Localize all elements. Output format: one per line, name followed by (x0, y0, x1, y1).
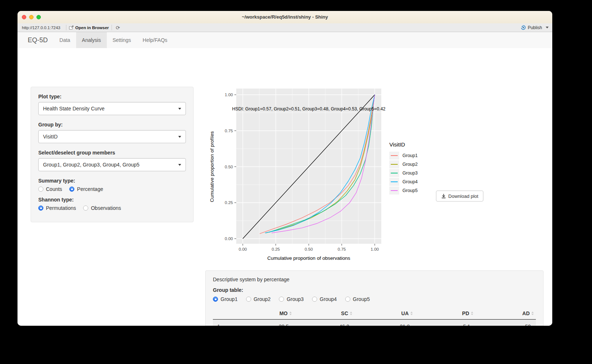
shannon-radio-observations[interactable]: Observations (83, 205, 121, 211)
sort-up-icon (471, 312, 473, 313)
table-cell: 38.5 (233, 324, 294, 326)
shannon-radio-label: Permutations (46, 205, 76, 211)
page-content: Plot type: Health State Density Curve Gr… (17, 48, 552, 326)
y-tick-label: 0.75 (225, 129, 233, 133)
tab-data[interactable]: Data (54, 32, 76, 48)
plot-legend: VisitID Group1Group2Group3Group4Group5 (389, 141, 418, 195)
controls-panel: Plot type: Health State Density Curve Gr… (31, 87, 194, 222)
table-panel-title: Descriptive system by percentage (213, 277, 536, 282)
group-table-radio-group2[interactable]: Group2 (246, 296, 271, 302)
table-header-sc[interactable]: SC (294, 310, 354, 316)
url-text: http://127.0.0.1:7243 (21, 26, 63, 30)
sort-up-icon (289, 312, 292, 313)
x-tick-label: 0.75 (338, 247, 346, 251)
legend-item-group1: Group1 (389, 151, 418, 160)
chevron-down-icon (178, 164, 181, 166)
summary-radio-label: Percentage (77, 186, 103, 192)
table-cell: 5.1 (415, 324, 475, 326)
app-brand[interactable]: EQ-5D (17, 32, 54, 48)
publish-icon (521, 25, 526, 30)
sort-up-icon (410, 312, 413, 313)
legend-title: VisitID (389, 141, 418, 148)
table-header-ad[interactable]: AD (475, 310, 536, 316)
open-in-browser-label: Open in Browser (75, 26, 109, 30)
chevron-down-icon (178, 136, 181, 138)
group-members-select[interactable]: Group1, Group2, Group3, Group4, Group5 (38, 158, 186, 171)
x-tick-label: 0.00 (239, 247, 247, 251)
tab-help-faqs[interactable]: Help/FAQs (137, 32, 173, 48)
group-table-radio-group1[interactable]: Group1 (213, 296, 238, 302)
radio-unchecked-icon (246, 297, 251, 302)
column-header-label: UA (401, 310, 409, 316)
summary-radio-label: Counts (46, 186, 62, 192)
y-tick-label: 0.50 (225, 165, 233, 169)
table-cell: 21.8 (354, 324, 415, 326)
hsdi-annotation: HSDI: Group1=0.57, Group2=0.51, Group3=0… (232, 106, 386, 111)
group-by-value: VisitID (43, 134, 58, 140)
legend-item-group5: Group5 (389, 186, 418, 195)
shannon-radio-permutations[interactable]: Permutations (38, 205, 76, 211)
descriptive-table: MOSCUAPDAD138.546.221.85.150261.552.670.… (213, 308, 536, 326)
table-row[interactable]: 138.546.221.85.150 (213, 320, 536, 326)
chevron-down-icon (178, 108, 181, 110)
app-window: ~/workspace/R/eq5d/inst/shiny - Shiny ht… (17, 11, 552, 326)
radio-checked-icon (69, 187, 74, 192)
tab-settings[interactable]: Settings (107, 32, 137, 48)
radio-dot (215, 298, 217, 300)
radio-unchecked-icon (279, 297, 284, 302)
radio-unchecked-icon (83, 206, 88, 211)
x-axis-title: Cumulative proportion of observations (267, 255, 350, 261)
refresh-icon[interactable]: ⟳ (114, 25, 122, 30)
group-table-radio-group3[interactable]: Group3 (279, 296, 304, 302)
radio-dot (71, 188, 73, 190)
table-cell: 46.2 (294, 324, 354, 326)
group-table-radio-group4[interactable]: Group4 (312, 296, 337, 302)
column-header-label: SC (341, 310, 348, 316)
y-tick-label: 0.00 (225, 236, 233, 241)
y-tick-label: 1.00 (225, 93, 233, 97)
legend-line-swatch (391, 164, 398, 165)
group-table-radio-label: Group1 (221, 296, 238, 302)
plot-type-select[interactable]: Health State Density Curve (38, 102, 186, 115)
download-plot-label: Download plot (448, 193, 478, 199)
sort-up-icon (350, 312, 352, 313)
open-in-browser-button[interactable]: Open in Browser (69, 26, 109, 30)
tab-analysis[interactable]: Analysis (76, 32, 107, 48)
publish-button[interactable]: Publish (521, 25, 542, 30)
group-by-select[interactable]: VisitID (38, 130, 186, 143)
toolbar-divider (66, 25, 66, 30)
legend-label: Group5 (402, 188, 418, 193)
sort-arrows-icon (350, 312, 352, 315)
plot-type-label: Plot type: (38, 94, 186, 99)
window-title: ~/workspace/R/eq5d/inst/shiny - Shiny (17, 11, 552, 23)
column-header-label: PD (462, 310, 469, 316)
table-header-mo[interactable]: MO (233, 310, 294, 316)
publish-dropdown-caret[interactable] (546, 27, 549, 28)
download-plot-button[interactable]: Download plot (436, 191, 483, 201)
summary-type-label: Summary type: (38, 178, 186, 184)
y-tick-label: 0.25 (225, 200, 233, 205)
sort-down-icon (289, 314, 292, 315)
radio-unchecked-icon (345, 297, 350, 302)
group-table-radio-group5[interactable]: Group5 (345, 296, 370, 302)
legend-line-swatch (391, 190, 398, 191)
legend-key (389, 169, 399, 177)
legend-key (389, 178, 399, 186)
table-header-ua[interactable]: UA (354, 310, 415, 316)
legend-key (389, 152, 399, 160)
group-members-label: Select/deselect group members (38, 150, 186, 156)
summary-radio-percentage[interactable]: Percentage (69, 186, 103, 192)
plot-type-value: Health State Density Curve (43, 106, 105, 111)
legend-label: Group4 (402, 179, 418, 184)
legend-label: Group1 (402, 153, 418, 158)
summary-radio-counts[interactable]: Counts (38, 186, 62, 192)
legend-line-swatch (391, 181, 398, 182)
table-header-pd[interactable]: PD (415, 310, 475, 316)
radio-checked-icon (38, 206, 43, 211)
radio-dot (40, 207, 42, 209)
radio-checked-icon (213, 297, 218, 302)
publish-label: Publish (528, 25, 542, 30)
summary-type-radio-group: CountsPercentage (38, 186, 186, 192)
legend-line-swatch (391, 155, 398, 156)
legend-item-group3: Group3 (389, 169, 418, 177)
